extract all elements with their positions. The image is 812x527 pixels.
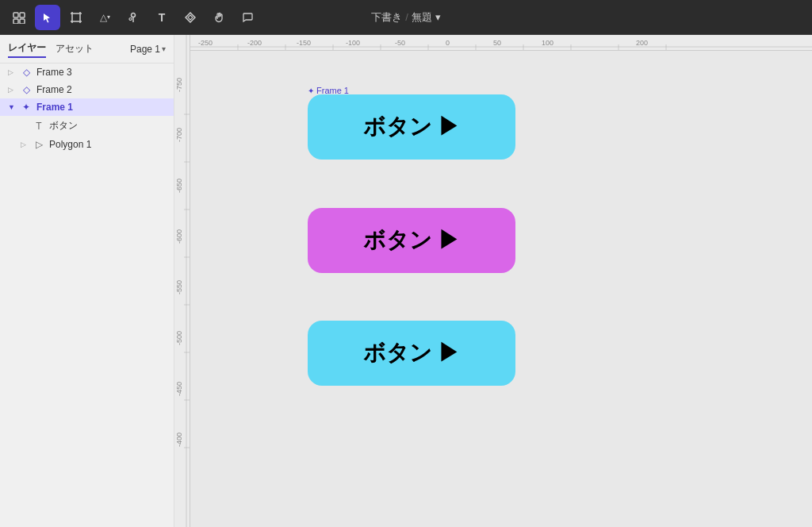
svg-text:-150: -150: [297, 39, 311, 47]
layer-name-poly1: Polygon 1: [49, 139, 91, 150]
svg-text:100: 100: [542, 39, 553, 47]
svg-rect-0: [13, 13, 18, 17]
svg-text:200: 200: [636, 39, 648, 47]
ruler-horizontal: -250 -200 -150 -100 -50 0 50 100 200: [190, 35, 812, 51]
svg-point-8: [132, 13, 136, 17]
svg-text:-750: -750: [175, 78, 183, 92]
svg-text:-50: -50: [395, 39, 405, 47]
comment-tool[interactable]: [235, 5, 260, 30]
ruler-v-svg: -750 -700 -650 -600 -550 -500 -450 -400: [174, 35, 190, 527]
sidebar: レイヤー アセット Page 1 ▾ ▷ ◇ Frame 3 ▷ ◇ Frame…: [0, 35, 174, 527]
main-layout: レイヤー アセット Page 1 ▾ ▷ ◇ Frame 3 ▷ ◇ Frame…: [0, 35, 812, 527]
page-chevron-icon: ▾: [162, 44, 166, 53]
frame-icon-frame1: ✦: [21, 102, 32, 113]
title-separator: /: [405, 11, 408, 23]
svg-text:-550: -550: [175, 280, 183, 294]
svg-text:-600: -600: [175, 229, 183, 244]
frame-label-icon: ✦: [308, 87, 314, 95]
toolbar-tools: △ ▾ T: [0, 5, 266, 30]
svg-text:-100: -100: [346, 39, 360, 47]
toolbar: △ ▾ T: [0, 0, 812, 35]
canvas-viewport[interactable]: ✦ Frame 1 ボタン ▶ ボタン ▶ ボタン ▶: [190, 51, 812, 527]
collapse-icon-frame1: ▼: [8, 103, 16, 111]
svg-point-9: [129, 17, 132, 20]
layer-item-text1[interactable]: T ボタン: [0, 116, 174, 136]
shape-tool[interactable]: △ ▾: [92, 5, 117, 30]
collapse-icon-frame3: ▷: [8, 68, 16, 76]
layer-name-frame2: Frame 2: [36, 84, 72, 95]
canvas-button-2[interactable]: ボタン ▶: [308, 208, 515, 273]
toolbar-title: 下書き / 無題 ▾: [371, 10, 441, 25]
canvas-button-1[interactable]: ボタン ▶: [308, 94, 515, 160]
svg-text:0: 0: [446, 39, 450, 47]
frame-icon-frame2: ◇: [21, 84, 32, 95]
hand-tool[interactable]: [206, 5, 232, 30]
draft-label: 下書き: [371, 10, 402, 25]
layer-name-frame1: Frame 1: [36, 102, 73, 113]
canvas-button-2-label: ボタン ▶: [363, 225, 461, 256]
svg-text:-200: -200: [247, 39, 262, 47]
tab-layers[interactable]: レイヤー: [8, 40, 46, 58]
frame-icon-frame3: ◇: [21, 67, 32, 78]
text-icon-btn: T: [33, 121, 44, 132]
layer-name-frame3: Frame 3: [36, 67, 72, 78]
filename-label: 無題: [412, 10, 432, 25]
svg-text:50: 50: [493, 39, 501, 47]
svg-text:-250: -250: [198, 39, 213, 47]
svg-text:-400: -400: [175, 433, 183, 447]
collapse-icon-frame2: ▷: [8, 86, 16, 94]
ruler-vertical: -750 -700 -650 -600 -550 -500 -450 -400: [174, 35, 190, 527]
text-tool[interactable]: T: [149, 5, 174, 30]
layer-item-frame1[interactable]: ▼ ✦ Frame 1: [0, 98, 174, 116]
svg-rect-2: [13, 19, 18, 24]
pen-tool[interactable]: [121, 5, 146, 30]
svg-text:-500: -500: [175, 331, 183, 345]
page-label: Page 1: [130, 44, 160, 55]
sidebar-tab-bar: レイヤー アセット Page 1 ▾: [0, 35, 174, 63]
filename-dropdown[interactable]: ▾: [435, 11, 441, 23]
svg-text:-450: -450: [175, 382, 183, 396]
canvas-button-3[interactable]: ボタン ▶: [308, 321, 515, 386]
page-selector[interactable]: Page 1 ▾: [130, 44, 166, 55]
menu-tool[interactable]: [6, 5, 32, 30]
component-tool[interactable]: [178, 5, 203, 30]
svg-rect-1: [20, 13, 25, 17]
select-tool[interactable]: [35, 5, 60, 30]
polygon-icon: ▷: [33, 139, 44, 150]
layer-item-frame3[interactable]: ▷ ◇ Frame 3: [0, 63, 174, 81]
svg-text:-650: -650: [175, 179, 183, 193]
layer-item-poly1[interactable]: ▷ ▷ Polygon 1: [0, 136, 174, 153]
svg-rect-3: [20, 19, 25, 24]
ruler-h-svg: -250 -200 -150 -100 -50 0 50 100 200: [190, 35, 812, 51]
layer-name-text1: ボタン: [49, 119, 78, 133]
canvas-button-1-label: ボタン ▶: [363, 112, 461, 142]
canvas[interactable]: -250 -200 -150 -100 -50 0 50 100 200: [174, 35, 812, 527]
collapse-icon-poly1: ▷: [21, 140, 29, 148]
layer-item-frame2[interactable]: ▷ ◇ Frame 2: [0, 81, 174, 98]
tab-assets[interactable]: アセット: [56, 40, 94, 57]
canvas-button-3-label: ボタン ▶: [363, 338, 461, 368]
frame-tool[interactable]: [63, 5, 89, 30]
svg-text:-700: -700: [175, 128, 183, 142]
